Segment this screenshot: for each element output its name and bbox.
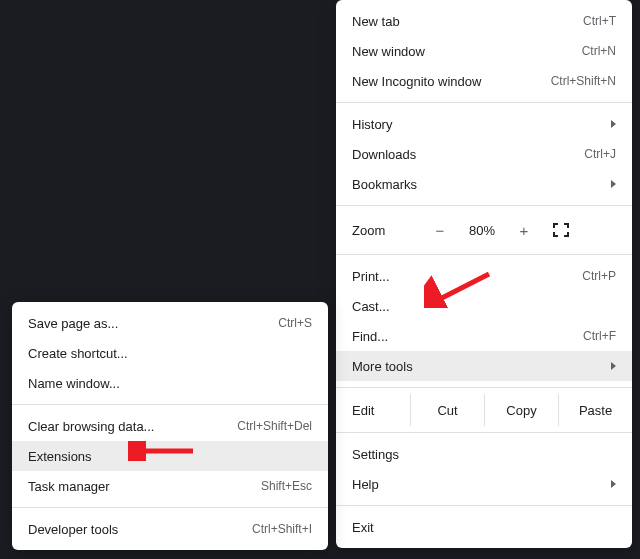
menu-item-developer-tools[interactable]: Developer tools Ctrl+Shift+I bbox=[12, 514, 328, 544]
shortcut: Ctrl+T bbox=[583, 14, 616, 28]
label: Bookmarks bbox=[352, 177, 417, 192]
menu-item-print[interactable]: Print... Ctrl+P bbox=[336, 261, 632, 291]
label: New tab bbox=[352, 14, 400, 29]
label: Create shortcut... bbox=[28, 346, 128, 361]
label: Save page as... bbox=[28, 316, 118, 331]
menu-item-history[interactable]: History bbox=[336, 109, 632, 139]
label: Find... bbox=[352, 329, 388, 344]
menu-item-more-tools[interactable]: More tools bbox=[336, 351, 632, 381]
menu-item-create-shortcut[interactable]: Create shortcut... bbox=[12, 338, 328, 368]
label: New Incognito window bbox=[352, 74, 481, 89]
label: Clear browsing data... bbox=[28, 419, 154, 434]
label: Downloads bbox=[352, 147, 416, 162]
shortcut: Ctrl+J bbox=[584, 147, 616, 161]
separator bbox=[336, 254, 632, 255]
menu-item-find[interactable]: Find... Ctrl+F bbox=[336, 321, 632, 351]
label: Settings bbox=[352, 447, 399, 462]
zoom-in-button[interactable]: + bbox=[506, 222, 542, 239]
label: Developer tools bbox=[28, 522, 118, 537]
copy-button[interactable]: Copy bbox=[484, 394, 558, 426]
shortcut: Ctrl+P bbox=[582, 269, 616, 283]
zoom-label: Zoom bbox=[352, 223, 422, 238]
separator bbox=[336, 505, 632, 506]
menu-item-task-manager[interactable]: Task manager Shift+Esc bbox=[12, 471, 328, 501]
shortcut: Ctrl+Shift+N bbox=[551, 74, 616, 88]
paste-button[interactable]: Paste bbox=[558, 394, 632, 426]
menu-item-cast[interactable]: Cast... bbox=[336, 291, 632, 321]
zoom-out-button[interactable]: − bbox=[422, 222, 458, 239]
chevron-right-icon bbox=[611, 362, 616, 370]
label: Cast... bbox=[352, 299, 390, 314]
label: Exit bbox=[352, 520, 374, 535]
menu-item-extensions[interactable]: Extensions bbox=[12, 441, 328, 471]
chevron-right-icon bbox=[611, 120, 616, 128]
chevron-right-icon bbox=[611, 180, 616, 188]
menu-item-help[interactable]: Help bbox=[336, 469, 632, 499]
separator bbox=[336, 205, 632, 206]
separator bbox=[12, 404, 328, 405]
shortcut: Ctrl+N bbox=[582, 44, 616, 58]
menu-item-new-tab[interactable]: New tab Ctrl+T bbox=[336, 6, 632, 36]
label: Extensions bbox=[28, 449, 92, 464]
separator bbox=[336, 432, 632, 433]
more-tools-submenu: Save page as... Ctrl+S Create shortcut..… bbox=[12, 302, 328, 550]
menu-item-name-window[interactable]: Name window... bbox=[12, 368, 328, 398]
menu-item-clear-data[interactable]: Clear browsing data... Ctrl+Shift+Del bbox=[12, 411, 328, 441]
label: History bbox=[352, 117, 392, 132]
menu-item-new-incognito[interactable]: New Incognito window Ctrl+Shift+N bbox=[336, 66, 632, 96]
shortcut: Shift+Esc bbox=[261, 479, 312, 493]
menu-item-downloads[interactable]: Downloads Ctrl+J bbox=[336, 139, 632, 169]
separator bbox=[336, 387, 632, 388]
menu-item-settings[interactable]: Settings bbox=[336, 439, 632, 469]
fullscreen-button[interactable] bbox=[542, 223, 580, 237]
menu-item-bookmarks[interactable]: Bookmarks bbox=[336, 169, 632, 199]
separator bbox=[12, 507, 328, 508]
edit-label: Edit bbox=[336, 403, 410, 418]
fullscreen-icon bbox=[553, 223, 569, 237]
shortcut: Ctrl+S bbox=[278, 316, 312, 330]
zoom-value: 80% bbox=[458, 223, 506, 238]
shortcut: Ctrl+Shift+Del bbox=[237, 419, 312, 433]
label: Help bbox=[352, 477, 379, 492]
separator bbox=[336, 102, 632, 103]
chevron-right-icon bbox=[611, 480, 616, 488]
menu-item-save-page[interactable]: Save page as... Ctrl+S bbox=[12, 308, 328, 338]
label: Name window... bbox=[28, 376, 120, 391]
cut-button[interactable]: Cut bbox=[410, 394, 484, 426]
label: Print... bbox=[352, 269, 390, 284]
label: New window bbox=[352, 44, 425, 59]
chrome-main-menu: New tab Ctrl+T New window Ctrl+N New Inc… bbox=[336, 0, 632, 548]
shortcut: Ctrl+F bbox=[583, 329, 616, 343]
menu-item-exit[interactable]: Exit bbox=[336, 512, 632, 542]
shortcut: Ctrl+Shift+I bbox=[252, 522, 312, 536]
label: Task manager bbox=[28, 479, 110, 494]
menu-item-new-window[interactable]: New window Ctrl+N bbox=[336, 36, 632, 66]
zoom-row: Zoom − 80% + bbox=[336, 212, 632, 248]
label: More tools bbox=[352, 359, 413, 374]
edit-row: Edit Cut Copy Paste bbox=[336, 394, 632, 426]
